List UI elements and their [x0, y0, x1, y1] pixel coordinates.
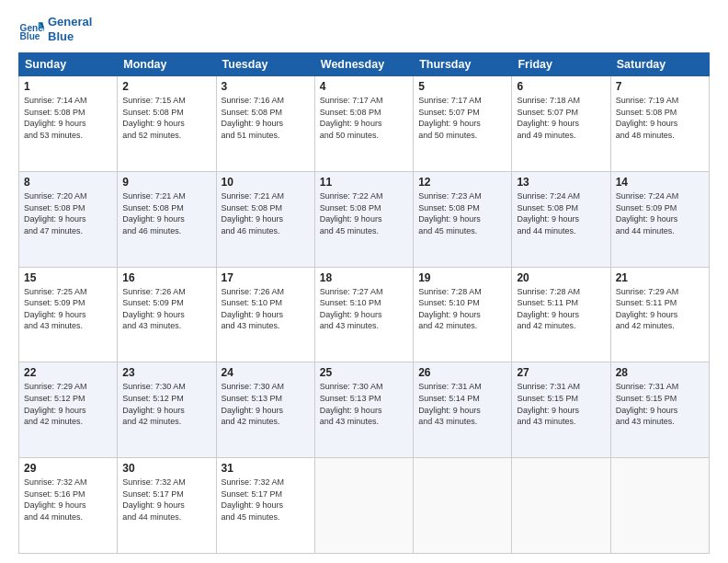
calendar-cell: 2Sunrise: 7:15 AM Sunset: 5:08 PM Daylig… — [118, 76, 216, 172]
cell-sun-info: Sunrise: 7:28 AM Sunset: 5:11 PM Dayligh… — [517, 286, 605, 332]
cell-sun-info: Sunrise: 7:15 AM Sunset: 5:08 PM Dayligh… — [122, 95, 210, 141]
calendar-week-row: 15Sunrise: 7:25 AM Sunset: 5:09 PM Dayli… — [19, 267, 710, 362]
cell-sun-info: Sunrise: 7:24 AM Sunset: 5:09 PM Dayligh… — [616, 190, 704, 236]
calendar-cell: 11Sunrise: 7:22 AM Sunset: 5:08 PM Dayli… — [314, 171, 413, 267]
day-number: 11 — [320, 176, 408, 189]
day-number: 5 — [418, 80, 506, 93]
svg-text:Blue: Blue — [20, 30, 40, 40]
day-number: 10 — [222, 176, 310, 189]
day-number: 1 — [24, 80, 112, 93]
day-number: 17 — [222, 271, 310, 284]
calendar-week-row: 1Sunrise: 7:14 AM Sunset: 5:08 PM Daylig… — [19, 76, 710, 172]
day-number: 14 — [616, 176, 704, 189]
day-number: 15 — [24, 271, 112, 284]
calendar-cell — [314, 458, 413, 554]
day-number: 18 — [320, 271, 408, 284]
calendar-cell: 5Sunrise: 7:17 AM Sunset: 5:07 PM Daylig… — [414, 76, 512, 172]
logo-text: General Blue — [48, 15, 92, 43]
calendar-cell — [414, 458, 512, 554]
calendar-week-row: 22Sunrise: 7:29 AM Sunset: 5:12 PM Dayli… — [19, 362, 710, 458]
cell-sun-info: Sunrise: 7:17 AM Sunset: 5:07 PM Dayligh… — [418, 95, 506, 141]
day-number: 27 — [517, 366, 605, 379]
calendar-cell: 19Sunrise: 7:28 AM Sunset: 5:10 PM Dayli… — [414, 267, 512, 362]
cell-sun-info: Sunrise: 7:30 AM Sunset: 5:13 PM Dayligh… — [320, 381, 408, 427]
calendar-cell: 9Sunrise: 7:21 AM Sunset: 5:08 PM Daylig… — [118, 171, 216, 267]
calendar-cell: 13Sunrise: 7:24 AM Sunset: 5:08 PM Dayli… — [512, 171, 610, 267]
cell-sun-info: Sunrise: 7:30 AM Sunset: 5:13 PM Dayligh… — [222, 381, 310, 427]
day-number: 30 — [122, 462, 210, 475]
calendar-cell: 6Sunrise: 7:18 AM Sunset: 5:07 PM Daylig… — [512, 76, 610, 172]
page-header: General Blue General Blue — [18, 15, 710, 43]
cell-sun-info: Sunrise: 7:20 AM Sunset: 5:08 PM Dayligh… — [24, 190, 112, 236]
day-number: 6 — [517, 80, 605, 93]
day-number: 3 — [222, 80, 310, 93]
day-number: 26 — [418, 366, 506, 379]
cell-sun-info: Sunrise: 7:31 AM Sunset: 5:15 PM Dayligh… — [616, 381, 704, 427]
calendar-cell: 4Sunrise: 7:17 AM Sunset: 5:08 PM Daylig… — [314, 76, 413, 172]
calendar-cell: 12Sunrise: 7:23 AM Sunset: 5:08 PM Dayli… — [414, 171, 512, 267]
logo: General Blue General Blue — [18, 15, 92, 43]
cell-sun-info: Sunrise: 7:26 AM Sunset: 5:09 PM Dayligh… — [122, 286, 210, 332]
day-number: 29 — [24, 462, 112, 475]
cell-sun-info: Sunrise: 7:31 AM Sunset: 5:15 PM Dayligh… — [517, 381, 605, 427]
calendar-cell: 28Sunrise: 7:31 AM Sunset: 5:15 PM Dayli… — [610, 362, 709, 458]
day-number: 25 — [320, 366, 408, 379]
day-number: 2 — [122, 80, 210, 93]
cell-sun-info: Sunrise: 7:31 AM Sunset: 5:14 PM Dayligh… — [418, 381, 506, 427]
calendar-week-row: 8Sunrise: 7:20 AM Sunset: 5:08 PM Daylig… — [19, 171, 710, 267]
day-number: 22 — [24, 366, 112, 379]
calendar-table: SundayMondayTuesdayWednesdayThursdayFrid… — [18, 52, 710, 554]
cell-sun-info: Sunrise: 7:14 AM Sunset: 5:08 PM Dayligh… — [24, 95, 112, 141]
day-number: 28 — [616, 366, 704, 379]
day-number: 4 — [320, 80, 408, 93]
cell-sun-info: Sunrise: 7:32 AM Sunset: 5:16 PM Dayligh… — [24, 477, 112, 523]
calendar-cell: 26Sunrise: 7:31 AM Sunset: 5:14 PM Dayli… — [414, 362, 512, 458]
day-number: 8 — [24, 176, 112, 189]
calendar-cell: 25Sunrise: 7:30 AM Sunset: 5:13 PM Dayli… — [314, 362, 413, 458]
day-number: 23 — [122, 366, 210, 379]
weekday-header-cell: Friday — [512, 53, 610, 76]
day-number: 16 — [122, 271, 210, 284]
calendar-cell: 7Sunrise: 7:19 AM Sunset: 5:08 PM Daylig… — [610, 76, 709, 172]
cell-sun-info: Sunrise: 7:32 AM Sunset: 5:17 PM Dayligh… — [222, 477, 310, 523]
calendar-week-row: 29Sunrise: 7:32 AM Sunset: 5:16 PM Dayli… — [19, 458, 710, 554]
calendar-cell: 15Sunrise: 7:25 AM Sunset: 5:09 PM Dayli… — [19, 267, 118, 362]
calendar-cell: 20Sunrise: 7:28 AM Sunset: 5:11 PM Dayli… — [512, 267, 610, 362]
calendar-cell: 27Sunrise: 7:31 AM Sunset: 5:15 PM Dayli… — [512, 362, 610, 458]
cell-sun-info: Sunrise: 7:22 AM Sunset: 5:08 PM Dayligh… — [320, 190, 408, 236]
cell-sun-info: Sunrise: 7:30 AM Sunset: 5:12 PM Dayligh… — [122, 381, 210, 427]
weekday-header-cell: Saturday — [610, 53, 709, 76]
calendar-cell: 23Sunrise: 7:30 AM Sunset: 5:12 PM Dayli… — [118, 362, 216, 458]
calendar-cell: 3Sunrise: 7:16 AM Sunset: 5:08 PM Daylig… — [216, 76, 314, 172]
day-number: 19 — [418, 271, 506, 284]
calendar-cell: 24Sunrise: 7:30 AM Sunset: 5:13 PM Dayli… — [216, 362, 314, 458]
calendar-cell: 22Sunrise: 7:29 AM Sunset: 5:12 PM Dayli… — [19, 362, 118, 458]
cell-sun-info: Sunrise: 7:32 AM Sunset: 5:17 PM Dayligh… — [122, 477, 210, 523]
cell-sun-info: Sunrise: 7:26 AM Sunset: 5:10 PM Dayligh… — [222, 286, 310, 332]
day-number: 21 — [616, 271, 704, 284]
calendar-cell: 14Sunrise: 7:24 AM Sunset: 5:09 PM Dayli… — [610, 171, 709, 267]
day-number: 31 — [222, 462, 310, 475]
calendar-cell: 10Sunrise: 7:21 AM Sunset: 5:08 PM Dayli… — [216, 171, 314, 267]
weekday-header-cell: Wednesday — [314, 53, 413, 76]
calendar-cell: 31Sunrise: 7:32 AM Sunset: 5:17 PM Dayli… — [216, 458, 314, 554]
cell-sun-info: Sunrise: 7:21 AM Sunset: 5:08 PM Dayligh… — [122, 190, 210, 236]
day-number: 9 — [122, 176, 210, 189]
calendar-cell: 30Sunrise: 7:32 AM Sunset: 5:17 PM Dayli… — [118, 458, 216, 554]
cell-sun-info: Sunrise: 7:17 AM Sunset: 5:08 PM Dayligh… — [320, 95, 408, 141]
calendar-cell — [512, 458, 610, 554]
day-number: 20 — [517, 271, 605, 284]
cell-sun-info: Sunrise: 7:19 AM Sunset: 5:08 PM Dayligh… — [616, 95, 704, 141]
weekday-header-cell: Monday — [118, 53, 216, 76]
cell-sun-info: Sunrise: 7:28 AM Sunset: 5:10 PM Dayligh… — [418, 286, 506, 332]
calendar-cell: 16Sunrise: 7:26 AM Sunset: 5:09 PM Dayli… — [118, 267, 216, 362]
weekday-header-cell: Thursday — [414, 53, 512, 76]
calendar-cell: 1Sunrise: 7:14 AM Sunset: 5:08 PM Daylig… — [19, 76, 118, 172]
calendar-body: 1Sunrise: 7:14 AM Sunset: 5:08 PM Daylig… — [19, 76, 710, 554]
cell-sun-info: Sunrise: 7:21 AM Sunset: 5:08 PM Dayligh… — [222, 190, 310, 236]
weekday-header-cell: Sunday — [19, 53, 118, 76]
day-number: 24 — [222, 366, 310, 379]
calendar-cell — [610, 458, 709, 554]
cell-sun-info: Sunrise: 7:29 AM Sunset: 5:12 PM Dayligh… — [24, 381, 112, 427]
cell-sun-info: Sunrise: 7:24 AM Sunset: 5:08 PM Dayligh… — [517, 190, 605, 236]
